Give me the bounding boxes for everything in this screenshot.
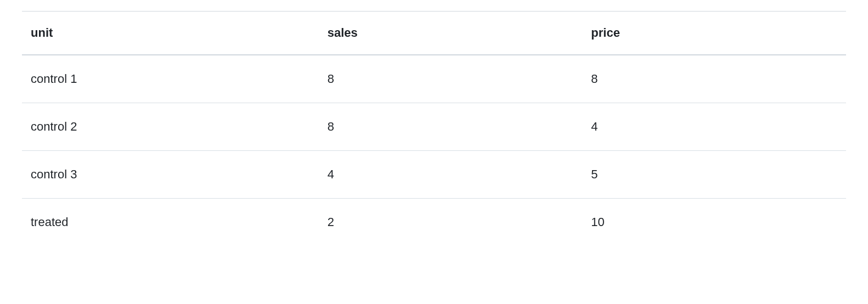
header-sales: sales — [319, 12, 583, 55]
cell-unit: control 3 — [22, 151, 319, 199]
header-price: price — [582, 12, 846, 55]
cell-price: 8 — [582, 55, 846, 103]
table-row: control 3 4 5 — [22, 151, 846, 199]
cell-sales: 2 — [319, 199, 583, 246]
cell-price: 5 — [582, 151, 846, 199]
table-header: unit sales price — [22, 12, 846, 55]
cell-sales: 8 — [319, 103, 583, 151]
table-row: control 2 8 4 — [22, 103, 846, 151]
cell-sales: 4 — [319, 151, 583, 199]
cell-price: 4 — [582, 103, 846, 151]
cell-price: 10 — [582, 199, 846, 246]
header-unit: unit — [22, 12, 319, 55]
cell-unit: treated — [22, 199, 319, 246]
cell-unit: control 2 — [22, 103, 319, 151]
data-table: unit sales price control 1 8 8 control 2… — [22, 11, 846, 246]
table-row: control 1 8 8 — [22, 55, 846, 103]
header-row: unit sales price — [22, 12, 846, 55]
cell-unit: control 1 — [22, 55, 319, 103]
cell-sales: 8 — [319, 55, 583, 103]
table-row: treated 2 10 — [22, 199, 846, 246]
table-body: control 1 8 8 control 2 8 4 control 3 4 … — [22, 55, 846, 246]
